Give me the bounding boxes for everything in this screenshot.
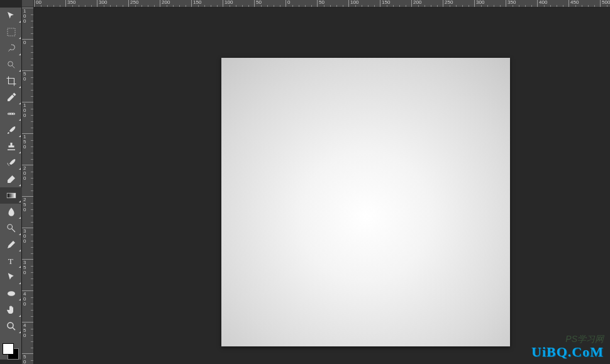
type-tool[interactable]: T bbox=[0, 253, 22, 269]
crop-tool[interactable] bbox=[0, 73, 22, 89]
svg-point-7 bbox=[8, 224, 13, 229]
watermark-main: UiBQ.CoM bbox=[531, 344, 604, 360]
svg-point-9 bbox=[8, 291, 15, 296]
gradient-tool[interactable] bbox=[0, 187, 22, 204]
svg-rect-6 bbox=[7, 193, 16, 198]
pen-tool[interactable] bbox=[0, 236, 22, 253]
svg-point-3 bbox=[8, 113, 9, 114]
lasso-tool[interactable] bbox=[0, 40, 22, 57]
svg-text:T: T bbox=[8, 256, 13, 266]
hand-tool[interactable] bbox=[0, 302, 22, 318]
ruler-corner bbox=[22, 0, 34, 8]
eyedropper-tool[interactable] bbox=[0, 89, 22, 106]
svg-point-10 bbox=[8, 323, 13, 328]
stamp-tool[interactable] bbox=[0, 138, 22, 155]
swap-colors[interactable] bbox=[0, 334, 22, 341]
svg-point-4 bbox=[11, 113, 12, 114]
shape-tool[interactable] bbox=[0, 285, 22, 302]
canvas-area[interactable] bbox=[34, 8, 610, 364]
dodge-tool[interactable] bbox=[0, 220, 22, 236]
color-swatches[interactable] bbox=[0, 341, 22, 360]
path-select-tool[interactable] bbox=[0, 269, 22, 285]
quick-select-tool[interactable] bbox=[0, 57, 22, 73]
healing-brush-tool[interactable] bbox=[0, 106, 22, 122]
blur-tool[interactable] bbox=[0, 204, 22, 220]
zoom-tool[interactable] bbox=[0, 318, 22, 334]
ruler-horizontal: 0035030025020015010050050100150200250300… bbox=[34, 0, 610, 8]
svg-rect-0 bbox=[8, 28, 15, 36]
move-tool[interactable] bbox=[0, 8, 22, 24]
document-canvas[interactable] bbox=[221, 58, 510, 346]
ruler-vertical: 100050100150200250300350400450500550600 bbox=[22, 8, 34, 364]
foreground-swatch[interactable] bbox=[3, 343, 14, 355]
svg-point-5 bbox=[13, 113, 14, 114]
marquee-tool[interactable] bbox=[0, 24, 22, 40]
history-brush-tool[interactable] bbox=[0, 155, 22, 171]
eraser-tool[interactable] bbox=[0, 171, 22, 187]
brush-tool[interactable] bbox=[0, 122, 22, 138]
toolbox: T bbox=[0, 8, 22, 360]
svg-point-1 bbox=[8, 62, 13, 67]
